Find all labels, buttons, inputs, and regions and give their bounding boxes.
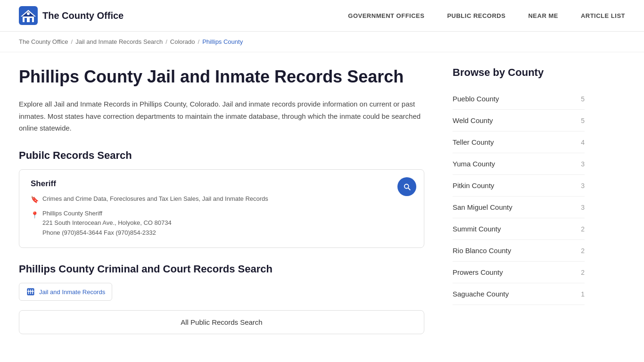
card-title: Sheriff [31, 179, 413, 189]
county-count: 5 [581, 95, 585, 103]
nav-public-records[interactable]: PUBLIC RECORDS [447, 12, 505, 19]
breadcrumb-sep-2: / [165, 38, 167, 45]
jail-icon [26, 287, 35, 296]
tag-buttons-area: Jail and Inmate Records [19, 283, 424, 301]
breadcrumb-colorado[interactable]: Colorado [170, 38, 195, 45]
county-list-item[interactable]: Weld County 5 [453, 110, 585, 132]
county-count: 5 [581, 117, 585, 124]
page-description: Explore all Jail and Inmate Records in P… [19, 98, 424, 134]
card-address: 📍 Phillips County Sheriff 221 South Inte… [31, 209, 413, 238]
county-list-item[interactable]: San Miguel County 3 [453, 197, 585, 218]
breadcrumb-jail-records[interactable]: Jail and Inmate Records Search [75, 38, 163, 45]
svg-rect-11 [27, 291, 33, 292]
pin-icon: 📍 [31, 210, 39, 220]
county-name: Pitkin County [453, 181, 494, 189]
criminal-heading: Phillips County Criminal and Court Recor… [19, 263, 424, 275]
svg-rect-2 [25, 18, 27, 22]
county-name: Saguache County [453, 290, 509, 298]
county-list-item[interactable]: Yuma County 3 [453, 153, 585, 175]
sidebar: Browse by County Pueblo County 5 Weld Co… [453, 66, 585, 334]
page-title: Phillips County Jail and Inmate Records … [19, 66, 424, 87]
search-button[interactable] [397, 177, 416, 196]
breadcrumb-home[interactable]: The County Office [19, 38, 68, 45]
county-list-item[interactable]: Pueblo County 5 [453, 88, 585, 110]
county-count: 3 [581, 182, 585, 189]
page-content: Phillips County Jail and Inmate Records … [0, 52, 644, 348]
breadcrumb: The County Office / Jail and Inmate Reco… [0, 32, 644, 52]
svg-rect-3 [30, 18, 32, 22]
breadcrumb-sep-3: / [198, 38, 200, 45]
public-records-heading: Pubilc Records Search [19, 149, 424, 162]
county-name: San Miguel County [453, 203, 512, 211]
county-name: Yuma County [453, 160, 495, 168]
bookmark-icon: 🔖 [31, 196, 39, 203]
county-count: 3 [581, 204, 585, 211]
county-list-item[interactable]: Summit County 2 [453, 218, 585, 240]
county-list-item[interactable]: Prowers County 2 [453, 262, 585, 283]
county-list-item[interactable]: Teller County 4 [453, 132, 585, 153]
sheriff-card: Sheriff 🔖 Crimes and Crime Data, Foreclo… [19, 169, 424, 248]
county-list-item[interactable]: Pitkin County 3 [453, 175, 585, 197]
logo-icon [19, 6, 38, 25]
county-count: 1 [581, 290, 585, 298]
card-tags: 🔖 Crimes and Crime Data, Foreclosures an… [31, 195, 413, 203]
county-list-item[interactable]: Rio Blanco County 2 [453, 240, 585, 262]
county-count: 4 [581, 139, 585, 146]
office-phone: Phone (970)854-3644 Fax (970)854-2332 [42, 228, 172, 238]
nav-government-offices[interactable]: GOVERNMENT OFFICES [348, 12, 424, 19]
nav-article-list[interactable]: ARTICLE LIST [581, 12, 625, 19]
nav-near-me[interactable]: NEAR ME [528, 12, 558, 19]
main-nav: GOVERNMENT OFFICES PUBLIC RECORDS NEAR M… [348, 12, 625, 19]
sidebar-title: Browse by County [453, 66, 585, 79]
breadcrumb-sep-1: / [71, 38, 73, 45]
county-name: Prowers County [453, 268, 503, 276]
office-name: Phillips County Sheriff [42, 209, 172, 219]
county-list: Pueblo County 5 Weld County 5 Teller Cou… [453, 88, 585, 305]
svg-rect-1 [23, 16, 34, 22]
header: The County Office GOVERNMENT OFFICES PUB… [0, 0, 644, 32]
county-count: 2 [581, 247, 585, 255]
jail-records-tag-btn[interactable]: Jail and Inmate Records [19, 283, 112, 301]
county-name: Teller County [453, 138, 494, 146]
county-name: Summit County [453, 225, 501, 233]
main-column: Phillips County Jail and Inmate Records … [19, 66, 424, 334]
all-records-button[interactable]: All Public Records Search [19, 310, 424, 334]
county-list-item[interactable]: Saguache County 1 [453, 283, 585, 305]
county-count: 2 [581, 269, 585, 276]
breadcrumb-current: Phillips County [202, 38, 243, 45]
svg-rect-6 [27, 12, 30, 15]
office-address: 221 South Interocean Ave., Holyoke, CO 8… [42, 218, 172, 228]
county-count: 2 [581, 225, 585, 233]
logo-text: The County Office [42, 10, 124, 21]
search-icon [403, 182, 411, 191]
county-name: Rio Blanco County [453, 247, 511, 255]
county-name: Weld County [453, 116, 493, 124]
county-count: 3 [581, 160, 585, 168]
county-name: Pueblo County [453, 95, 499, 103]
logo[interactable]: The County Office [19, 6, 124, 25]
